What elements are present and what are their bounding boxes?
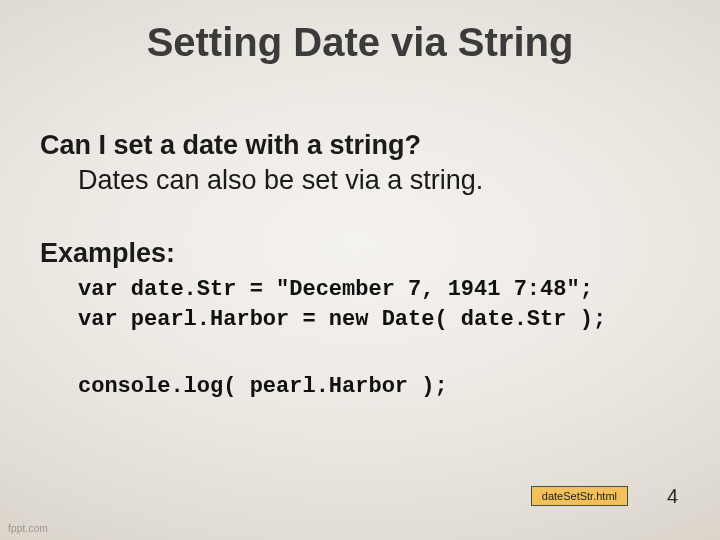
- examples-label: Examples:: [40, 238, 680, 269]
- code-line: var date.Str = "December 7, 1941 7:48";: [78, 277, 593, 302]
- code-block-1: var date.Str = "December 7, 1941 7:48"; …: [78, 275, 680, 334]
- file-badge: dateSetStr.html: [531, 486, 628, 506]
- code-line: console.log( pearl.Harbor );: [78, 374, 448, 399]
- slide: Setting Date via String Can I set a date…: [0, 0, 720, 540]
- watermark: fppt.com: [8, 523, 48, 534]
- page-number: 4: [667, 485, 678, 508]
- question-text: Can I set a date with a string?: [40, 130, 680, 161]
- code-block-2: console.log( pearl.Harbor );: [78, 372, 680, 402]
- slide-title: Setting Date via String: [0, 20, 720, 65]
- slide-content: Can I set a date with a string? Dates ca…: [40, 130, 680, 402]
- code-line: var pearl.Harbor = new Date( date.Str );: [78, 307, 606, 332]
- answer-text: Dates can also be set via a string.: [78, 165, 680, 196]
